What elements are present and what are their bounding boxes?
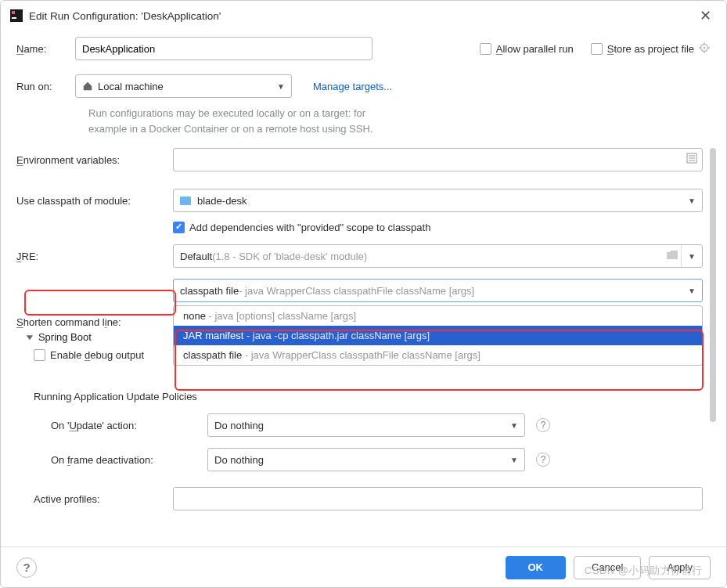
gear-icon[interactable] — [698, 41, 711, 56]
scrollbar[interactable] — [710, 148, 716, 555]
shorten-value: classpath file — [180, 285, 239, 297]
chevron-down-icon: ▼ — [277, 82, 285, 91]
checkbox-icon — [34, 349, 45, 361]
frame-deact-label: On frame deactivation: — [51, 454, 207, 466]
allow-parallel-checkbox[interactable]: Allow parallel run — [480, 43, 574, 55]
chevron-down-icon: ▼ — [24, 333, 35, 341]
classpath-label: Use classpath of module: — [16, 195, 173, 207]
chevron-down-icon: ▼ — [688, 197, 696, 205]
runon-select[interactable]: Local machine ▼ — [75, 74, 292, 98]
shorten-option-jar[interactable]: JAR manifest - java -cp classpath.jar cl… — [174, 326, 702, 345]
jre-select[interactable]: Default (1.8 - SDK of 'blade-desk' modul… — [173, 244, 703, 268]
close-icon[interactable]: ✕ — [693, 7, 717, 24]
checkbox-icon — [591, 43, 603, 55]
shorten-option-cpf[interactable]: classpath file - java WrapperClass class… — [174, 345, 702, 365]
checkbox-icon — [173, 222, 185, 233]
dialog-window: Edit Run Configuration: 'DeskApplication… — [0, 0, 727, 588]
runon-help-text: Run configurations may be executed local… — [88, 106, 711, 137]
allow-parallel-label: Allow parallel run — [496, 43, 574, 55]
chevron-down-icon: ▼ — [688, 252, 696, 261]
name-label: Name: — [16, 43, 75, 55]
shorten-hint: - java WrapperClass classpathFile classN… — [239, 285, 474, 297]
form-scroll-area: Environment variables: Use classpath of … — [16, 148, 711, 555]
home-icon — [82, 81, 93, 92]
jre-value: Default — [180, 251, 212, 262]
policies-header: Running Application Update Policies — [34, 391, 703, 402]
classpath-select[interactable]: blade-desk ▼ — [173, 189, 703, 212]
checkbox-icon — [480, 43, 491, 55]
help-button[interactable]: ? — [16, 557, 37, 578]
apply-button[interactable]: Apply — [649, 556, 711, 579]
active-profiles-label: Active profiles: — [34, 493, 173, 505]
frame-deact-select[interactable]: Do nothing ▼ — [207, 448, 525, 471]
svg-rect-2 — [12, 17, 16, 19]
active-profiles-input[interactable] — [173, 487, 703, 510]
update-action-label: On 'Update' action: — [51, 420, 207, 431]
chevron-down-icon: ▼ — [510, 421, 518, 430]
dialog-footer: ? OK Cancel Apply — [1, 547, 726, 587]
list-icon[interactable] — [686, 153, 697, 166]
title-bar: Edit Run Configuration: 'DeskApplication… — [1, 1, 726, 29]
env-label: Environment variables: — [16, 154, 173, 166]
debug-label: Enable debug output — [50, 349, 144, 361]
runon-label: Run on: — [16, 81, 75, 92]
svg-rect-1 — [12, 11, 15, 14]
env-input[interactable] — [173, 148, 703, 171]
cancel-button[interactable]: Cancel — [574, 556, 641, 579]
classpath-value: blade-desk — [197, 195, 247, 207]
store-project-checkbox[interactable]: Store as project file — [591, 43, 694, 55]
chevron-down-icon: ▼ — [688, 287, 696, 295]
shorten-label: Shorten command line: — [16, 316, 173, 328]
shorten-option-none[interactable]: none - java [options] className [args] — [174, 306, 702, 326]
scrollbar-thumb[interactable] — [710, 148, 716, 422]
chevron-down-icon: ▼ — [510, 456, 518, 464]
folder-icon — [180, 197, 191, 205]
update-action-select[interactable]: Do nothing ▼ — [207, 413, 525, 437]
browse-folder-icon[interactable] — [666, 250, 678, 263]
help-icon[interactable]: ? — [536, 453, 550, 467]
shorten-dropdown: none - java [options] className [args] J… — [173, 305, 703, 366]
name-row: Name: Allow parallel run Store as projec… — [16, 37, 711, 60]
manage-targets-link[interactable]: Manage targets... — [313, 81, 392, 92]
svg-point-4 — [704, 46, 706, 49]
help-icon[interactable]: ? — [536, 418, 550, 432]
shorten-select[interactable]: classpath file - java WrapperClass class… — [173, 279, 703, 302]
ok-button[interactable]: OK — [506, 556, 567, 579]
runon-value: Local machine — [98, 81, 164, 92]
dialog-title: Edit Run Configuration: 'DeskApplication… — [29, 10, 693, 22]
jre-hint: (1.8 - SDK of 'blade-desk' module) — [212, 251, 367, 262]
app-icon — [10, 9, 23, 22]
jre-label: JRE: — [16, 251, 173, 262]
name-input[interactable] — [75, 37, 372, 60]
deps-checkbox[interactable]: Add dependencies with "provided" scope t… — [173, 222, 430, 233]
deps-label: Add dependencies with "provided" scope t… — [189, 222, 430, 233]
store-project-label: Store as project file — [607, 43, 694, 55]
runon-panel: Run on: Local machine ▼ Manage targets..… — [16, 74, 711, 137]
